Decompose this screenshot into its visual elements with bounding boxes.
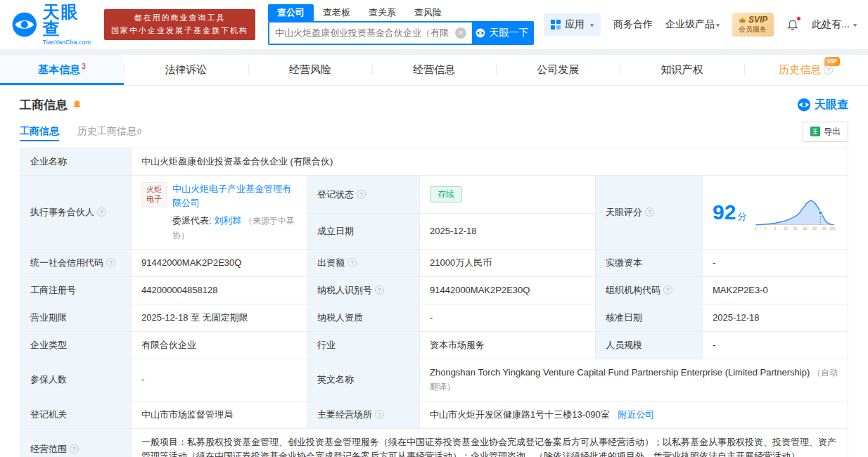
table-row: 执行事务合伙人 火炬电子 中山火炬电子产业基金管理有限公司 委派代表: 刘利群 … (20, 176, 848, 214)
menu-business-cooperation[interactable]: 商务合作 (613, 18, 653, 31)
eye-logo-icon (11, 11, 38, 39)
taxpayer-qualification-label: 纳税人资质 (307, 304, 420, 331)
business-scope-label: 经营范围 (20, 428, 132, 457)
info-icon[interactable] (663, 285, 672, 295)
search-tab-boss[interactable]: 查老板 (314, 4, 359, 21)
delegate-label: 委派代表: (172, 215, 212, 226)
slogan-line2: 国家中小企业发展子基金旗下机构 (111, 25, 248, 37)
tab-operating-risk[interactable]: 经营风险 (248, 55, 372, 85)
svg-text:95: 95 (823, 227, 827, 231)
search-tab-company[interactable]: 查公司 (268, 4, 314, 21)
search-input[interactable] (269, 22, 455, 44)
insured-count-value: - (132, 359, 307, 401)
chevron-down-icon: ▾ (590, 21, 594, 29)
info-icon[interactable] (97, 207, 106, 217)
section-title: 工商信息 (20, 97, 68, 113)
logo-title: 天眼查 (43, 4, 94, 37)
info-icon[interactable] (106, 258, 115, 267)
search-box: × 天眼一下 (268, 21, 534, 45)
industry-label: 行业 (307, 332, 420, 359)
org-code-label: 组织机构代码 (596, 276, 703, 304)
table-row: 企业类型 有限合伙企业 行业 资本市场服务 人员规模 - (20, 332, 848, 359)
business-info-card: 工商信息 天眼查 工商信息 历史工商信息 0 (0, 86, 868, 457)
table-row: 经营范围 一般项目：私募股权投资基金管理、创业投资基金管理服务（须在中国证券投资… (20, 428, 848, 457)
tab-intellectual-property[interactable]: 知识产权 (620, 55, 743, 85)
credit-code-label: 统一社会信用代码 (20, 249, 132, 276)
score-distribution-chart: 0 1 3 15 50 65 80 95 100 (753, 194, 836, 231)
announcement-bell-icon[interactable] (72, 100, 82, 110)
info-icon[interactable] (645, 207, 654, 217)
establish-date-label: 成立日期 (307, 214, 420, 250)
svg-text:0: 0 (755, 227, 757, 231)
notification-dot (796, 16, 801, 21)
delegate-person-link[interactable]: 刘利群 (214, 215, 241, 226)
registration-number-value: 442000004858128 (132, 276, 307, 304)
business-address-value: 中山市火炬开发区健康路1号十三楼13-090室 附近公司 (420, 401, 848, 428)
menu-enterprise-products[interactable]: 企业级产品 ▾ (665, 18, 720, 31)
svg-text:100: 100 (830, 227, 836, 231)
status-badge: 存续 (430, 186, 462, 202)
tianyan-score-cell: 92分 0 1 3 15 50 (703, 176, 848, 250)
tab-legal-litigation[interactable]: 法律诉讼 (124, 55, 248, 85)
registration-status-value: 存续 (420, 176, 596, 214)
apps-grid-icon (551, 20, 561, 30)
staff-size-value: - (703, 332, 848, 359)
business-term-value: 2025-12-18 至 无固定期限 (132, 304, 307, 331)
executive-partner-label: 执行事务合伙人 (20, 176, 132, 250)
slogan-line1: 都在用的商业查询工具 (111, 12, 248, 25)
company-type-value: 有限合伙企业 (132, 332, 307, 359)
tianyancha-watermark: 天眼查 (797, 98, 848, 112)
establish-date-value: 2025-12-18 (420, 214, 596, 250)
partner-company-link[interactable]: 中山火炬电子产业基金管理有限公司 (172, 184, 291, 208)
info-icon[interactable] (375, 285, 384, 295)
org-code-value: MAK2P2E3-0 (703, 276, 848, 304)
search-tab-risk[interactable]: 查风险 (405, 4, 451, 21)
count-badge: 0 (137, 127, 141, 136)
info-icon[interactable] (824, 65, 833, 75)
clear-search-icon[interactable]: × (455, 27, 466, 39)
top-header: 天眼查 TianYanCha.com 都在用的商业查询工具 国家中小企业发展子基… (0, 0, 868, 49)
main-nav: 基本信息 3 法律诉讼 经营风险 经营信息 公司发展 知识产权 历史信息 VIP (0, 55, 868, 86)
eye-logo-icon (797, 98, 811, 112)
export-button[interactable]: 导出 (803, 122, 848, 142)
nearby-companies-link[interactable]: 附近公司 (618, 409, 654, 420)
svip-membership-button[interactable]: SVIP 会员服务 (732, 13, 774, 37)
subtab-history-registration[interactable]: 历史工商信息 0 (77, 117, 141, 146)
business-scope-value: 一般项目：私募股权投资基金管理、创业投资基金管理服务（须在中国证券投资基金业协会… (132, 428, 848, 457)
tianyancha-logo[interactable]: 天眼查 TianYanCha.com (11, 4, 94, 46)
svg-text:1: 1 (765, 227, 767, 231)
tab-history-info[interactable]: 历史信息 VIP (744, 55, 868, 85)
info-icon[interactable] (347, 258, 357, 267)
executive-partner-cell: 火炬电子 中山火炬电子产业基金管理有限公司 委派代表: 刘利群 （来源于中基协） (132, 176, 307, 250)
business-term-label: 营业期限 (20, 304, 132, 331)
company-info-table: 企业名称 中山火炬盈康创业投资基金合伙企业 (有限合伙) 执行事务合伙人 火炬电… (20, 148, 848, 457)
tianyan-score-label: 天眼评分 (596, 176, 703, 250)
vip-badge: VIP (824, 57, 841, 66)
excel-icon (810, 127, 820, 136)
count-badge: 3 (82, 62, 86, 70)
subtab-business-registration[interactable]: 工商信息 (20, 117, 59, 146)
notifications-bell[interactable] (786, 18, 799, 31)
tab-business-info[interactable]: 经营信息 (372, 55, 496, 85)
registration-authority-value: 中山市市场监督管理局 (132, 401, 307, 428)
user-menu[interactable]: 此处有... ▾ (812, 18, 857, 31)
info-icon[interactable] (375, 410, 384, 419)
search-button[interactable]: 天眼一下 (472, 22, 532, 44)
search-tabs: 查公司 查老板 查关系 查风险 (268, 4, 534, 21)
info-icon[interactable] (357, 190, 366, 199)
partner-logo: 火炬电子 (141, 182, 167, 207)
info-icon[interactable] (70, 444, 79, 453)
svg-text:80: 80 (813, 227, 817, 231)
staff-size-label: 人员规模 (596, 332, 703, 359)
sub-tabs: 工商信息 历史工商信息 0 导出 (20, 117, 848, 146)
tab-company-development[interactable]: 公司发展 (496, 55, 620, 85)
apps-dropdown[interactable]: 应用 ▾ (544, 13, 601, 36)
paid-capital-label: 实缴资本 (596, 249, 703, 276)
tab-basic-info[interactable]: 基本信息 3 (0, 55, 124, 85)
capital-value: 21000万人民币 (420, 249, 596, 276)
credit-code-value: 91442000MAK2P2E30Q (132, 249, 307, 276)
table-row: 登记机关 中山市市场监督管理局 主要经营场所 中山市火炬开发区健康路1号十三楼1… (20, 401, 848, 428)
table-row: 统一社会信用代码 91442000MAK2P2E30Q 出资额 21000万人民… (20, 249, 848, 276)
company-name-label: 企业名称 (20, 148, 132, 176)
search-tab-relation[interactable]: 查关系 (359, 4, 405, 21)
